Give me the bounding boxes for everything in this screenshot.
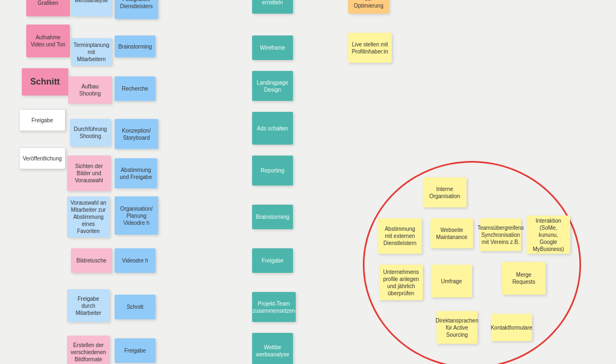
sticky-note[interactable]: Erstellen der verschiedenen Bildformate bbox=[67, 336, 110, 364]
sticky-note[interactable]: Kontaktformulare bbox=[491, 314, 532, 341]
sticky-note[interactable]: Abstimmung mit externen Dienstleistern bbox=[378, 218, 422, 254]
sticky-note[interactable]: Schnitt bbox=[22, 68, 68, 96]
sticky-note[interactable]: Live stellen mit Profilinhaber:in bbox=[348, 33, 392, 63]
sticky-note[interactable]: Interaktion (SoMe, kununu, Google MyBusi… bbox=[527, 216, 570, 254]
sticky-note[interactable]: Brainstorming bbox=[115, 35, 156, 57]
sticky-note[interactable]: Terminplanung mit Mitarbeitern bbox=[71, 38, 112, 65]
canvas: GrafikenwerbsanalyseFotografen/ Dienstle… bbox=[0, 0, 616, 364]
sticky-note[interactable]: Organisation/ Planung Videodre h bbox=[115, 196, 158, 235]
sticky-note[interactable]: Wettbe werbsanalyse bbox=[252, 333, 293, 364]
sticky-note[interactable]: Sichten der Bilder und Vorauswahl bbox=[67, 156, 111, 191]
sticky-note[interactable]: Direktansprachen für Active Sourcing bbox=[436, 311, 477, 344]
sticky-note[interactable]: Aufnahme Video und Ton bbox=[26, 25, 70, 57]
sticky-note[interactable]: Schnitt bbox=[115, 295, 156, 319]
sticky-note[interactable]: Merge Requests bbox=[502, 262, 546, 295]
sticky-note[interactable]: Erarbeitung der Optimierung bbox=[348, 0, 389, 14]
sticky-note[interactable]: Konzeption/ Storyboard bbox=[115, 119, 158, 149]
sticky-note[interactable]: Wireframe bbox=[252, 35, 293, 60]
sticky-note[interactable]: Landingpage Design bbox=[252, 71, 293, 101]
sticky-note[interactable]: Freigabe bbox=[115, 338, 156, 363]
sticky-note[interactable]: Recherche bbox=[115, 76, 156, 101]
sticky-note[interactable]: Interne Organisation bbox=[423, 177, 467, 207]
sticky-note[interactable]: Abstimmung und Freigabe bbox=[115, 158, 157, 188]
sticky-note[interactable]: Veröffentlichung bbox=[19, 147, 65, 169]
sticky-note[interactable]: Vorauswahl an Mitarbeiter zur Abstimmung… bbox=[67, 196, 110, 237]
sticky-note[interactable]: werbsanalyse bbox=[71, 0, 112, 16]
sticky-note[interactable]: Projekt-Team zusammensetzen bbox=[252, 292, 296, 322]
sticky-note[interactable]: Teamsübergreifens Synchronisation mit Ve… bbox=[480, 218, 521, 251]
sticky-note[interactable]: Personas ermitteln bbox=[252, 0, 293, 14]
sticky-note[interactable]: Umfrage bbox=[431, 265, 472, 297]
sticky-note[interactable]: Brainstorming bbox=[252, 205, 293, 229]
sticky-note[interactable]: Freigabe bbox=[252, 248, 293, 273]
sticky-note[interactable]: Fotografen/ Dienstleisters bbox=[115, 0, 158, 19]
sticky-note[interactable]: Bildretusche bbox=[71, 248, 112, 273]
sticky-note[interactable]: Freigabe durch Mitarbeiter bbox=[67, 289, 110, 322]
sticky-note[interactable]: Webseite Maintanance bbox=[430, 218, 473, 248]
sticky-note[interactable]: Freigabe bbox=[19, 109, 65, 131]
sticky-note[interactable]: Ads schalten bbox=[252, 112, 293, 145]
sticky-note[interactable]: Reporting bbox=[252, 156, 293, 186]
sticky-note[interactable]: Grafiken bbox=[26, 0, 70, 16]
sticky-note[interactable]: Videodre h bbox=[115, 248, 156, 273]
sticky-note[interactable]: Durchführung Shooting bbox=[70, 119, 111, 146]
sticky-note[interactable]: Aufbau Shooting bbox=[68, 76, 112, 104]
sticky-note[interactable]: Unternehmens profile anlegen und jährlic… bbox=[379, 265, 423, 300]
